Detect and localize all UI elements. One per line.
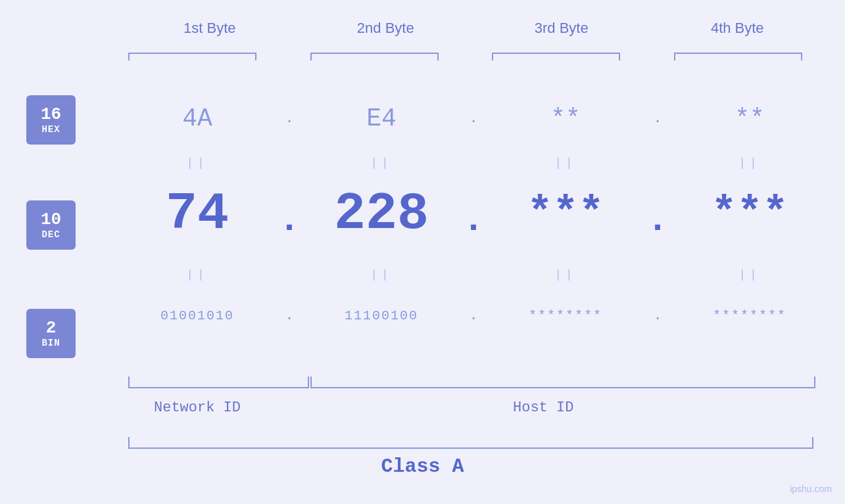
hex-b1: 4A (122, 104, 273, 133)
bin-dot2: . (457, 308, 490, 324)
equals-2-b2: || (306, 268, 457, 281)
bin-b2: 11100100 (306, 308, 457, 323)
byte-header-2: 2nd Byte (298, 20, 474, 37)
bracket-byte1 (128, 53, 256, 60)
byte-header-4: 4th Byte (650, 20, 826, 37)
dec-dot3: . (641, 187, 674, 241)
dec-dot1: . (273, 187, 306, 241)
byte-header-1: 1st Byte (122, 20, 298, 37)
dec-b4: *** (674, 189, 825, 238)
bracket-byte4 (674, 53, 802, 60)
equals-2-b1: || (122, 268, 273, 281)
bin-dot1: . (273, 308, 306, 324)
byte-header-3: 3rd Byte (473, 20, 650, 37)
dec-b1: 74 (122, 184, 273, 244)
main-container: 1st Byte 2nd Byte 3rd Byte 4th Byte 16 H… (0, 0, 845, 504)
bin-dot3: . (641, 308, 674, 324)
badge-dec: 10 DEC (26, 200, 76, 250)
equals-1-b2: || (306, 156, 457, 170)
dec-num: 10 (41, 210, 61, 229)
host-id-label: Host ID (513, 400, 573, 416)
equals-row-1: || || || || (122, 150, 825, 176)
equals-row-2: || || || || (122, 262, 825, 288)
network-id-label: Network ID (154, 400, 241, 416)
full-bracket (128, 437, 813, 449)
equals-1-b4: || (674, 156, 825, 170)
bin-b1: 01001010 (122, 308, 273, 323)
host-id-bracket (310, 377, 815, 388)
hex-dot2: . (457, 110, 490, 127)
badge-hex: 16 HEX (26, 95, 76, 145)
hex-num: 16 (41, 105, 61, 124)
hex-b4: ** (674, 104, 825, 133)
dec-name: DEC (41, 229, 60, 240)
byte-headers: 1st Byte 2nd Byte 3rd Byte 4th Byte (122, 20, 825, 37)
badge-bin: 2 BIN (26, 309, 76, 358)
bracket-byte2 (310, 53, 439, 60)
bin-b3: ******** (490, 308, 641, 323)
hex-b2: E4 (306, 104, 457, 133)
hex-dot3: . (641, 110, 674, 127)
dec-row: 74 . 228 . *** . *** (122, 174, 825, 253)
equals-2-b4: || (674, 268, 825, 281)
bin-row: 01001010 . 11100100 . ******** . *******… (122, 289, 825, 342)
bin-b4: ******** (674, 308, 825, 323)
equals-1-b3: || (490, 156, 641, 170)
equals-2-b3: || (490, 268, 641, 281)
watermark: ipshu.com (790, 484, 832, 494)
class-label: Class A (381, 455, 464, 478)
hex-row: 4A . E4 . ** . ** (122, 92, 825, 145)
hex-dot1: . (273, 110, 306, 127)
bracket-byte3 (492, 53, 620, 60)
equals-1-b1: || (122, 156, 273, 170)
dec-b2: 228 (306, 184, 457, 244)
bin-name: BIN (41, 338, 60, 348)
hex-b3: ** (490, 104, 641, 133)
network-id-bracket (128, 377, 309, 388)
dec-b3: *** (490, 189, 641, 238)
bin-num: 2 (46, 319, 57, 338)
hex-name: HEX (41, 124, 60, 135)
dec-dot2: . (457, 187, 490, 241)
